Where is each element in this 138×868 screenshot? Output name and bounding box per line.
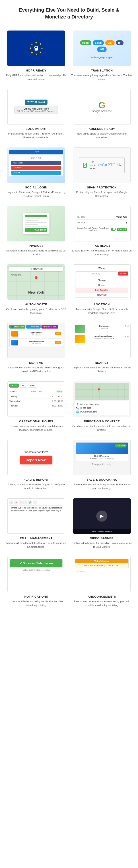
ophours-day-tue: Tuesday [9,395,17,398]
ophours-tab-hours[interactable]: Hours [9,383,19,388]
feature-image-adsense: G Google AdSense [73,89,131,125]
ophours-header: Hours Info Menu [9,383,63,388]
feature-title-spam: SPAM PROTECTION [87,186,117,189]
feature-announcements: Today's Special Get a free drink when yo… [69,553,135,612]
feature-desc-nearby: Display similar listings on details page… [71,366,133,374]
ophours-time-thu: 9:00 - 17:00 [52,405,63,407]
feature-title-flag: FLAG & REPORT [24,478,49,481]
location-img: Where Your City... Search Chicago Denver… [73,265,131,300]
email-tool-quote[interactable]: ❝ [33,500,37,504]
nearme-badge-1: GPS [55,332,61,335]
ophours-tab-info[interactable]: Info [20,383,27,388]
recaptcha-label: I'm not a robot [89,161,95,170]
invoice-line-1 [25,218,47,219]
feature-title-adsense: ADSENSE READY [89,127,115,130]
feature-image-bookmark: ✓ Saved Hotel Paradise ★★★★ · Saved to i… [73,440,131,475]
report-now-button[interactable]: Report Now! [20,456,52,464]
direction-img: 📍 📍 123 Main Street, City 📞 +1 555 0123 … [73,381,131,417]
location-input[interactable]: Your City... [76,271,117,276]
feature-image-video: ▶ Video Banner Feature [73,498,131,534]
feature-translation: Hallo! Salut! Olá! Hi! 你好 Multi-language… [69,27,135,86]
announce-dismiss-btn[interactable]: ✕ Dismiss [75,569,129,573]
feature-email: ¶ B I U 🔗 ❝ Hi there, Welcome to Sombsit… [3,495,69,554]
feature-direction: 📍 📍 123 Main Street, City 📞 +1 555 0123 … [69,378,135,437]
tax-rate-value: $ [126,221,127,224]
nearme-img: 🔵 Open Now 📍 Near Me ⭐ Best Match Coffee… [7,323,65,359]
feature-desc-email: Manage all email templates that are sent… [6,541,67,549]
feature-desc-tax: Enable Tax (VAT) and update the Tax Rate… [71,249,133,256]
svg-text:★: ★ [31,51,33,54]
email-tool-link[interactable]: 🔗 [28,500,32,504]
nearby-card-info-1: Europcar... 3 listings [87,325,122,333]
ophours-time-tue: 9:00 - 17:00 [52,395,63,398]
flag-img: Want to report this? Report Now! [7,440,65,475]
location-option-chicago[interactable]: Chicago [76,278,128,283]
feature-title-location: LOCATION [94,303,110,306]
wp-badge: Official Add On for Free WP All Import P… [15,106,58,114]
wp-icon: W [27,101,29,103]
video-play-button[interactable]: ▶ [96,510,107,522]
email-tool-paragraph[interactable]: ¶ [9,500,13,504]
translation-subtitle: Multi-language support [88,56,115,59]
ophours-time-wed: 9:00 - 17:00 [52,400,63,402]
location-option-denver[interactable]: Denver [76,283,128,288]
ophours-day-thu: Thursday [9,405,18,407]
nearme-btn-open[interactable]: 🔵 Open Now [9,325,25,329]
feature-title-video: VIDEO BANNER [90,536,114,540]
feature-image-invoices: Total: $99.00 [7,206,65,242]
tax-toggle-switch[interactable] [111,228,116,231]
recaptcha-box: ✓ I'm not a robot reCAPTCHA [79,157,125,173]
email-body: Hi there, Welcome to Sombsite, tell Your… [9,506,63,532]
nearme-card-dist-2: 0.5 mi away [19,343,54,345]
ophours-day-mon: Monday [9,390,17,393]
social-img: Login Sign in with f Facebook G Google t… [7,148,65,183]
feature-desc-flag: A listing or a comment can be flagged to… [6,483,67,491]
feature-image-announce: Today's Special Get a free drink when yo… [73,557,131,592]
nearme-card-img-2 [11,340,18,345]
ophours-tab-menu[interactable]: Menu [28,383,37,388]
feature-image-translation: Hallo! Salut! Olá! Hi! 你好 Multi-language… [73,31,131,66]
nearme-card-img-1 [11,331,18,337]
feature-title-invoices: INVOICES [29,244,44,247]
nearme-card-title-2: Hotel Downtown [19,341,54,343]
location-option-la[interactable]: Los Angeles [76,288,128,293]
tax-row-rate: Tax Rate $ [77,221,127,225]
direction-row-web: 🌐 www.example.com [76,410,128,414]
svg-text:★: ★ [31,42,33,46]
nearme-btn-best[interactable]: ⭐ Best Match [42,325,58,329]
btn-google[interactable]: G Google [11,166,61,170]
social-header: Login [9,150,63,154]
email-body-text: Hi there, Welcome to Sombsite, tell Your… [10,507,62,512]
nearme-btn-nearme[interactable]: 📍 Near Me [26,325,40,329]
direction-map-bg [75,383,129,400]
email-tool-underline[interactable]: U [23,500,27,504]
ophours-day-wed: Wednesday [9,400,20,402]
nearme-card-dist-1: 0.2 mi away [19,334,54,336]
feature-desc-bookmark: Save and bookmark a listing for later re… [71,483,133,491]
feature-title-gdpr: GDPR READY [26,69,46,72]
direction-addr: 123 Main Street, City [80,403,99,405]
feature-desc-ophours: Display business hours based on each lis… [6,424,67,432]
location-option-ny[interactable]: New York [76,293,128,298]
feature-title-bulk: BULK IMPORT [25,127,47,130]
bookmark-img: ✓ Saved Hotel Paradise ★★★★ · Saved to i… [73,440,131,475]
location-search-btn[interactable]: Search [118,272,128,276]
location-dropdown: Chicago Denver Los Angeles New York [76,278,128,298]
tax-rate-label: Tax Rate [77,221,85,224]
feature-title-bookmark: SAVE & BOOKMARK [86,478,117,481]
nearby-card-1: Europcar... 3 listings 0.4 mi [75,325,129,334]
nearby-card-sub-1: 3 listings [87,327,122,329]
feature-image-location: Where Your City... Search Chicago Denver… [73,265,131,300]
btn-facebook[interactable]: f Facebook [11,161,61,165]
feature-desc-announcements: Users can create announcements using pre… [71,599,133,608]
page-title: Everything Else You Need to Build, Scale… [9,7,129,21]
ophours-time-mon: 9:00 - 17:00 [31,390,42,393]
eu-flag-container: ★ ★ ★ ★ ★ ★ ★ ★ [7,31,65,66]
announce-card-header: Today's Special [75,559,129,563]
btn-twitter[interactable]: t Twitter [11,170,61,175]
ophours-row-mon: Monday 9:00 - 17:00 Open [9,389,63,394]
feature-ophours: Hours Info Menu Monday 9:00 - 17:00 Open… [3,378,69,437]
email-tool-italic[interactable]: I [19,500,23,504]
direction-row-phone: 📞 +1 555 0123 [76,406,128,410]
email-tool-bold[interactable]: B [14,500,18,504]
